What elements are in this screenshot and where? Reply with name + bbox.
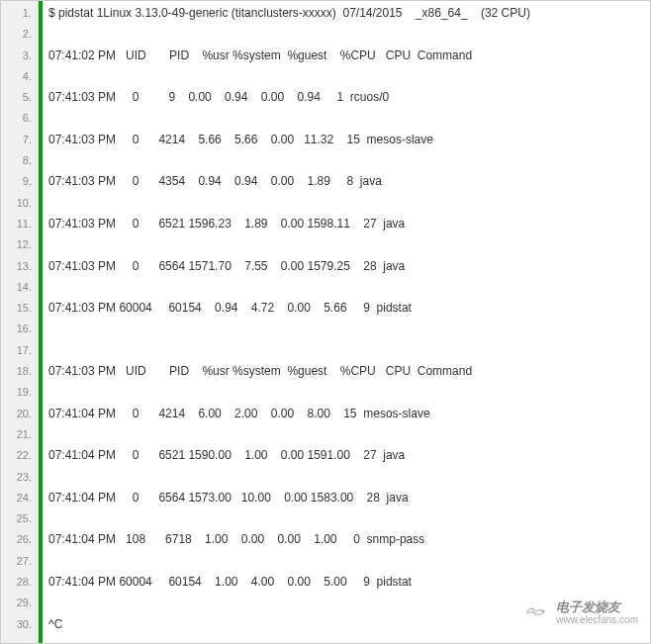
line-number: 20. [1, 404, 38, 424]
code-line [48, 508, 650, 529]
code-line: $ pidstat 1Linux 3.13.0-49-generic (tita… [48, 3, 650, 24]
logo-icon [522, 603, 550, 621]
code-line [48, 340, 650, 361]
line-number: 24. [1, 488, 38, 508]
code-line: 07:41:04 PM 0 4214 6.00 2.00 0.00 8.00 1… [48, 404, 650, 424]
svg-point-0 [542, 611, 544, 613]
line-number: 22. [1, 445, 38, 466]
line-number: 15. [1, 298, 38, 319]
line-number: 30. [1, 614, 38, 635]
code-line: 07:41:03 PM 0 6564 1571.70 7.55 0.00 157… [48, 256, 650, 277]
code-line: 07:41:04 PM 0 6564 1573.00 10.00 0.00 15… [48, 488, 650, 508]
code-line [48, 319, 650, 339]
line-number: 12. [1, 234, 38, 255]
code-line: 07:41:02 PM UID PID %usr %system %guest … [48, 46, 650, 66]
line-number: 28. [1, 572, 38, 593]
code-line: 07:41:03 PM 0 6521 1596.23 1.89 0.00 159… [48, 214, 650, 234]
code-line: 07:41:04 PM 60004 60154 1.00 4.00 0.00 5… [48, 572, 650, 593]
line-number: 29. [1, 593, 38, 613]
line-number: 14. [1, 277, 38, 298]
line-number: 25. [1, 508, 38, 529]
code-line: 07:41:03 PM UID PID %usr %system %guest … [48, 361, 650, 382]
code-line: 07:41:03 PM 0 4354 0.94 0.94 0.00 1.89 8… [48, 171, 650, 192]
watermark: 电子发烧友 www.elecfans.com [522, 600, 638, 625]
watermark-cn: 电子发烧友 [556, 600, 638, 614]
line-number: 19. [1, 382, 38, 403]
code-line [48, 424, 650, 445]
code-line [48, 66, 650, 87]
line-number: 21. [1, 424, 38, 445]
line-number: 5. [1, 87, 38, 108]
line-number: 11. [1, 214, 38, 234]
line-number: 3. [1, 46, 38, 66]
watermark-url: www.elecfans.com [556, 614, 638, 625]
line-number: 26. [1, 529, 38, 550]
code-content: $ pidstat 1Linux 3.13.0-49-generic (tita… [43, 1, 650, 643]
code-line: 07:41:03 PM 60004 60154 0.94 4.72 0.00 5… [48, 298, 650, 319]
code-line [48, 150, 650, 171]
code-line [48, 382, 650, 403]
watermark-text: 电子发烧友 www.elecfans.com [556, 600, 638, 625]
line-number: 10. [1, 193, 38, 214]
line-number: 27. [1, 551, 38, 572]
code-line: 07:41:03 PM 0 9 0.00 0.94 0.00 0.94 1 rc… [48, 87, 650, 108]
code-line: 07:41:04 PM 108 6718 1.00 0.00 0.00 1.00… [48, 529, 650, 550]
line-number: 16. [1, 319, 38, 339]
line-number: 1. [1, 3, 38, 24]
line-number: 18. [1, 361, 38, 382]
line-number: 17. [1, 340, 38, 361]
code-line [48, 193, 650, 214]
code-block: 1.2.3.4.5.6.7.8.9.10.11.12.13.14.15.16.1… [1, 1, 650, 643]
line-number: 6. [1, 108, 38, 129]
code-line: 07:41:03 PM 0 4214 5.66 5.66 0.00 11.32 … [48, 130, 650, 150]
code-line [48, 24, 650, 45]
code-line [48, 277, 650, 298]
line-number: 8. [1, 150, 38, 171]
line-number: 7. [1, 130, 38, 150]
line-number: 4. [1, 66, 38, 87]
code-line [48, 108, 650, 129]
line-number: 13. [1, 256, 38, 277]
line-number-gutter: 1.2.3.4.5.6.7.8.9.10.11.12.13.14.15.16.1… [1, 1, 39, 643]
line-number: 23. [1, 467, 38, 488]
code-line: 07:41:04 PM 0 6521 1590.00 1.00 0.00 159… [48, 445, 650, 466]
line-number: 9. [1, 171, 38, 192]
code-line [48, 551, 650, 572]
code-line [48, 467, 650, 488]
line-number: 2. [1, 24, 38, 45]
code-line [48, 234, 650, 255]
